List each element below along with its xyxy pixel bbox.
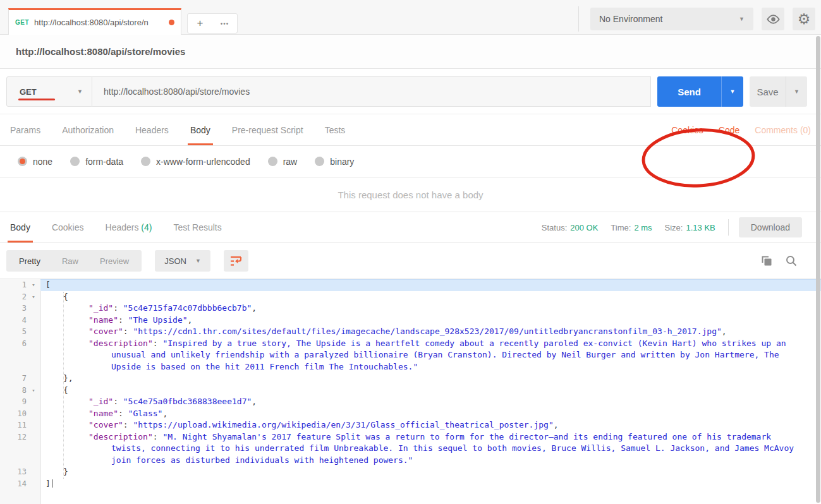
- method-selector-value: GET: [20, 87, 37, 97]
- status-badge: Status: 200 OK: [542, 223, 599, 232]
- fold-spacer: [27, 304, 40, 315]
- chevron-down-icon: ▼: [739, 16, 745, 22]
- unsaved-indicator-dot: [169, 20, 174, 25]
- radio-dot-icon: [141, 157, 150, 166]
- fold-spacer: [27, 421, 40, 431]
- radio-dot-icon: [18, 157, 27, 166]
- method-selector[interactable]: GET ▼: [6, 76, 92, 107]
- gear-icon: ⚙: [798, 12, 811, 27]
- wrap-text-button[interactable]: [224, 250, 248, 272]
- radio-x-www-form-urlencoded[interactable]: x-www-form-urlencoded: [141, 157, 250, 167]
- tab-authorization[interactable]: Authorization: [62, 114, 114, 145]
- method-underline: [18, 99, 55, 100]
- code-line: 14]: [0, 478, 821, 490]
- response-tab-test-results[interactable]: Test Results: [173, 212, 221, 243]
- chevron-down-icon: ▼: [730, 88, 736, 95]
- size-value: 1.13 KB: [686, 223, 715, 232]
- wrap-text-icon: [229, 255, 242, 267]
- save-button[interactable]: Save: [750, 76, 786, 107]
- code-editor[interactable]: 1▾[2▾{3"_id": "5c4e715fa74c07dbbb6ecb7b"…: [0, 279, 821, 504]
- fold-spacer: [27, 409, 40, 420]
- radio-dot-icon: [70, 157, 80, 166]
- download-button[interactable]: Download: [739, 217, 802, 237]
- response-tab-headers[interactable]: Headers (4): [106, 212, 152, 243]
- line-number: 13: [5, 467, 27, 478]
- url-input-value: http://localhost:8080/api/store/movies: [104, 87, 250, 97]
- environment-quicklook-button[interactable]: [762, 8, 784, 30]
- save-options-button[interactable]: ▼: [786, 76, 807, 107]
- header-divider: [578, 6, 579, 32]
- tab-pre-request-script[interactable]: Pre-request Script: [232, 114, 303, 145]
- tab-body[interactable]: Body: [190, 114, 210, 145]
- comments-link[interactable]: Comments (0): [755, 125, 811, 135]
- environment-selector[interactable]: No Environment ▼: [590, 8, 753, 30]
- line-number: 2: [5, 292, 27, 303]
- eye-icon: [766, 14, 781, 25]
- line-number: 1: [5, 280, 27, 291]
- tab-headers[interactable]: Headers: [135, 114, 169, 145]
- window-scrollbar[interactable]: [816, 36, 820, 503]
- response-tab-body[interactable]: Body: [10, 212, 30, 243]
- chevron-down-icon: ▼: [794, 88, 800, 95]
- fold-spacer: [27, 467, 40, 478]
- search-icon[interactable]: [785, 255, 798, 267]
- radio-raw[interactable]: raw: [268, 157, 298, 167]
- line-number: 11: [5, 421, 27, 431]
- request-tab[interactable]: GET http://localhost:8080/api/store/n: [8, 8, 181, 35]
- copy-icon[interactable]: [760, 255, 773, 267]
- tab-options-button[interactable]: •••: [212, 14, 237, 33]
- chevron-down-icon: ▼: [77, 88, 83, 95]
- radio-label: raw: [283, 157, 298, 167]
- radio-none[interactable]: none: [18, 157, 52, 167]
- view-mode-switcher: Pretty Raw Preview: [6, 250, 142, 272]
- fold-toggle-icon[interactable]: ▾: [27, 386, 40, 397]
- status-label: Status:: [542, 223, 567, 232]
- time-badge: Time: 2 ms: [611, 223, 652, 232]
- tab-actions: + •••: [187, 13, 238, 33]
- response-tab-cookies[interactable]: Cookies: [52, 212, 84, 243]
- size-badge: Size: 1.13 KB: [665, 223, 715, 232]
- line-number: 5: [5, 327, 27, 338]
- code-line: 7},: [0, 373, 821, 385]
- empty-body-message: This request does not have a body: [0, 177, 821, 212]
- send-button-group: Send ▼: [657, 76, 743, 107]
- code-line: 5"cover": "https://cdn1.thr.com/sites/de…: [0, 326, 821, 338]
- url-input[interactable]: http://localhost:8080/api/store/movies: [92, 76, 651, 107]
- settings-button[interactable]: ⚙: [793, 8, 815, 30]
- format-selector[interactable]: JSON ▼: [155, 250, 210, 272]
- code-line: 1▾[: [0, 279, 821, 291]
- view-raw[interactable]: Raw: [62, 256, 78, 266]
- view-preview[interactable]: Preview: [100, 256, 129, 266]
- request-tabs-links: Cookies Code Comments (0): [656, 114, 811, 145]
- radio-form-data[interactable]: form-data: [70, 157, 123, 167]
- body-type-row: none form-data x-www-form-urlencoded raw…: [0, 146, 821, 177]
- line-number: 7: [5, 374, 27, 385]
- send-options-button[interactable]: ▼: [721, 76, 743, 107]
- response-meta-row: Body Cookies Headers (4) Test Results St…: [0, 212, 821, 243]
- code-line: 13}: [0, 466, 821, 478]
- code-line: 3"_id": "5c4e715fa74c07dbbb6ecb7b",: [0, 303, 821, 315]
- line-number: 4: [5, 316, 27, 327]
- tab-tests[interactable]: Tests: [325, 114, 346, 145]
- tab-params[interactable]: Params: [10, 114, 40, 145]
- cookies-link[interactable]: Cookies: [671, 125, 703, 135]
- fold-toggle-icon[interactable]: ▾: [27, 280, 40, 291]
- view-pretty[interactable]: Pretty: [19, 256, 40, 266]
- code-line: 10"name": "Glass",: [0, 408, 821, 420]
- headers-count-badge: (4): [141, 222, 152, 232]
- send-button[interactable]: Send: [657, 76, 721, 107]
- chevron-down-icon: ▼: [195, 258, 201, 264]
- fold-spacer: [27, 316, 40, 327]
- line-number: 14: [5, 479, 27, 490]
- text-cursor: [52, 479, 53, 488]
- radio-binary[interactable]: binary: [315, 157, 354, 167]
- fold-toggle-icon[interactable]: ▾: [27, 292, 40, 303]
- code-line: 11"cover": "https://upload.wikimedia.org…: [0, 419, 821, 431]
- response-toolbar-right: [760, 255, 798, 267]
- radio-label: binary: [330, 157, 354, 167]
- new-tab-button[interactable]: +: [188, 14, 212, 33]
- fold-spacer: [27, 433, 40, 467]
- code-link[interactable]: Code: [719, 125, 739, 135]
- time-value: 2 ms: [634, 223, 652, 232]
- response-status-group: Status: 200 OK Time: 2 ms Size: 1.13 KB …: [529, 212, 811, 243]
